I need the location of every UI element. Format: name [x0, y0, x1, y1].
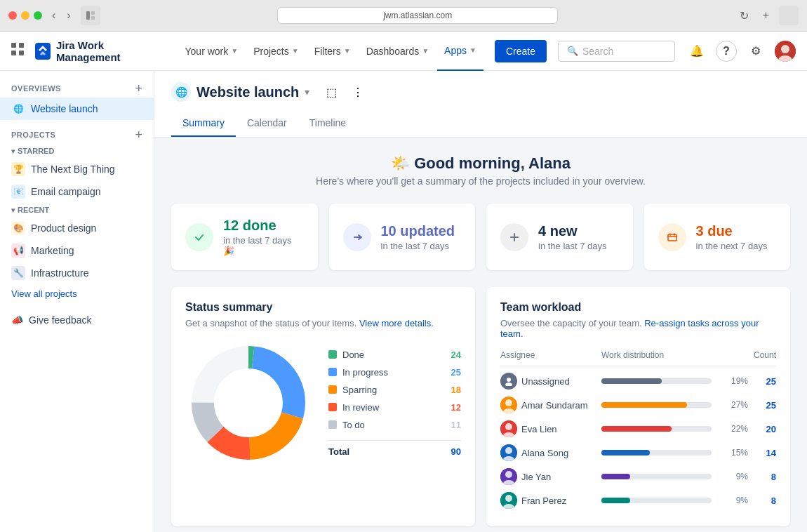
alana-pct: 15% [714, 448, 748, 458]
greeting-title: 🌤️ Good morning, Alana [171, 154, 790, 173]
add-overview-button[interactable]: + [135, 82, 142, 95]
stat-updated-value: 10 updated [381, 223, 455, 239]
sidebar-item-website-launch[interactable]: 🌐 Website launch [0, 98, 154, 120]
tab-summary[interactable]: Summary [171, 110, 236, 137]
chevron-down-icon: ▼ [231, 47, 238, 55]
project-title-chevron-icon[interactable]: ▾ [305, 86, 309, 98]
svg-rect-5 [11, 51, 16, 55]
project-header-btn-1[interactable]: ⬚ [321, 83, 342, 102]
unassigned-bar [601, 378, 712, 384]
reload-button[interactable]: ↻ [735, 8, 753, 24]
eva-bar [601, 426, 712, 432]
help-button[interactable]: ? [716, 41, 737, 62]
team-workload-panel: Team workload Oversee the capacity of yo… [486, 287, 790, 526]
view-more-details-link[interactable]: View more details. [359, 318, 434, 328]
svg-rect-3 [11, 43, 16, 48]
svg-point-21 [215, 369, 282, 437]
amar-avatar [500, 397, 517, 413]
sidebar-toggle-button[interactable] [81, 6, 100, 25]
sidebar-item-infrastructure[interactable]: 🔧 Infrastructure [0, 262, 154, 284]
browser-menu-button[interactable] [779, 6, 799, 25]
browser-nav: ‹ › [48, 8, 75, 23]
nav-back-button[interactable]: ‹ [48, 8, 60, 23]
chart-area: Done 24 In progress 25 [185, 340, 461, 466]
stat-due-label: in the next 7 days [696, 241, 768, 251]
stat-updated-content: 10 updated in the last 7 days [381, 223, 455, 251]
two-col-layout: Status summary Get a snapshot of the sta… [171, 287, 790, 526]
status-summary-title: Status summary [185, 301, 461, 314]
traffic-light-red[interactable] [8, 11, 17, 20]
stat-card-due[interactable]: 3 due in the next 7 days [644, 204, 791, 270]
svg-point-23 [505, 383, 512, 386]
stat-card-updated[interactable]: 10 updated in the last 7 days [329, 204, 476, 270]
amar-bar [601, 402, 712, 408]
feedback-icon: 📣 [11, 314, 23, 326]
logo-icon [35, 43, 51, 60]
svg-point-13 [665, 230, 680, 245]
projects-section: Projects + ▾ STARRED 🏆 The Next Big Thin… [0, 126, 154, 303]
sidebar-item-next-big-thing[interactable]: 🏆 The Next Big Thing [0, 158, 154, 180]
nav-filters[interactable]: Filters ▼ [307, 32, 358, 71]
legend-item-sparring: Sparring 18 [328, 385, 461, 395]
nav-dashboards[interactable]: Dashboards ▼ [359, 32, 436, 71]
sidebar-item-email-campaign[interactable]: 📧 Email campaign [0, 180, 154, 203]
greeting-section: 🌤️ Good morning, Alana Here's where you'… [171, 154, 790, 187]
view-all-projects-link[interactable]: View all projects [0, 284, 154, 303]
stat-updated-label: in the last 7 days [381, 241, 455, 251]
starred-group[interactable]: ▾ STARRED [0, 144, 154, 158]
avatar[interactable] [775, 41, 796, 62]
create-button[interactable]: Create [495, 40, 547, 62]
legend-item-in-progress: In progress 25 [328, 367, 461, 378]
amar-pct: 27% [714, 400, 748, 410]
stat-card-new[interactable]: 4 new in the last 7 days [486, 204, 633, 270]
svg-point-34 [505, 471, 512, 478]
amar-name: Amar Sundaram [521, 400, 588, 411]
nav-icons: 🔔 ? ⚙ [686, 41, 796, 62]
alana-bar [601, 450, 712, 455]
app: Jira Work Management Your work ▼ Project… [0, 32, 807, 532]
starred-chevron-icon: ▾ [11, 147, 15, 155]
sidebar-item-marketing[interactable]: 📢 Marketing [0, 239, 154, 262]
nav-forward-button[interactable]: › [62, 8, 74, 23]
team-workload-subtitle: Oversee the capacity of your team. Re-as… [500, 318, 776, 339]
jie-avatar [500, 468, 517, 485]
team-workload-title: Team workload [500, 301, 776, 314]
stat-due-icon [658, 223, 686, 251]
unassigned-count: 25 [751, 376, 776, 387]
legend-item-in-review: In review 12 [328, 402, 461, 413]
recent-chevron-icon: ▾ [11, 206, 15, 214]
recent-group[interactable]: ▾ RECENT [0, 203, 154, 217]
browser-chrome: ‹ › jwm.atlassian.com ↻ + [0, 0, 807, 32]
nav-apps[interactable]: Apps ▼ [437, 32, 483, 71]
workload-row-eva: Eva Lien 22% 20 [500, 417, 776, 441]
new-tab-button[interactable]: + [759, 8, 773, 23]
project-title-row: 🌐 Website launch ▾ ⬚ ⋮ [171, 82, 790, 102]
unassigned-avatar [500, 373, 517, 390]
notification-button[interactable]: 🔔 [686, 41, 707, 62]
address-bar[interactable]: jwm.atlassian.com [277, 7, 558, 24]
nav-your-work[interactable]: Your work ▼ [178, 32, 246, 71]
fran-pct: 9% [714, 496, 748, 505]
settings-button[interactable]: ⚙ [745, 41, 766, 62]
tab-calendar[interactable]: Calendar [236, 110, 298, 137]
search-placeholder: Search [582, 46, 613, 57]
project-header-btn-2[interactable]: ⋮ [347, 83, 369, 102]
workload-row-amar: Amar Sundaram 27% 25 [500, 393, 776, 417]
search-box[interactable]: 🔍 Search [558, 41, 675, 62]
traffic-light-green[interactable] [34, 11, 42, 20]
tab-timeline[interactable]: Timeline [298, 110, 357, 137]
stat-card-done[interactable]: 12 done in the last 7 days 🎉 [171, 204, 318, 270]
add-project-button[interactable]: + [135, 128, 142, 141]
infrastructure-icon: 🔧 [11, 266, 25, 280]
in-review-dot [328, 403, 337, 411]
app-grid-icon[interactable] [11, 43, 24, 59]
stat-new-icon [500, 223, 528, 251]
svg-point-8 [781, 45, 789, 53]
project-tabs: Summary Calendar Timeline [171, 110, 790, 137]
sidebar-item-product-design[interactable]: 🎨 Product design [0, 217, 154, 239]
main-layout: Overviews + 🌐 Website launch Projects + … [0, 71, 807, 532]
give-feedback-button[interactable]: 📣 Give feedback [0, 309, 154, 331]
traffic-light-yellow[interactable] [21, 11, 29, 20]
stat-new-value: 4 new [538, 223, 607, 239]
nav-projects[interactable]: Projects ▼ [246, 32, 305, 71]
